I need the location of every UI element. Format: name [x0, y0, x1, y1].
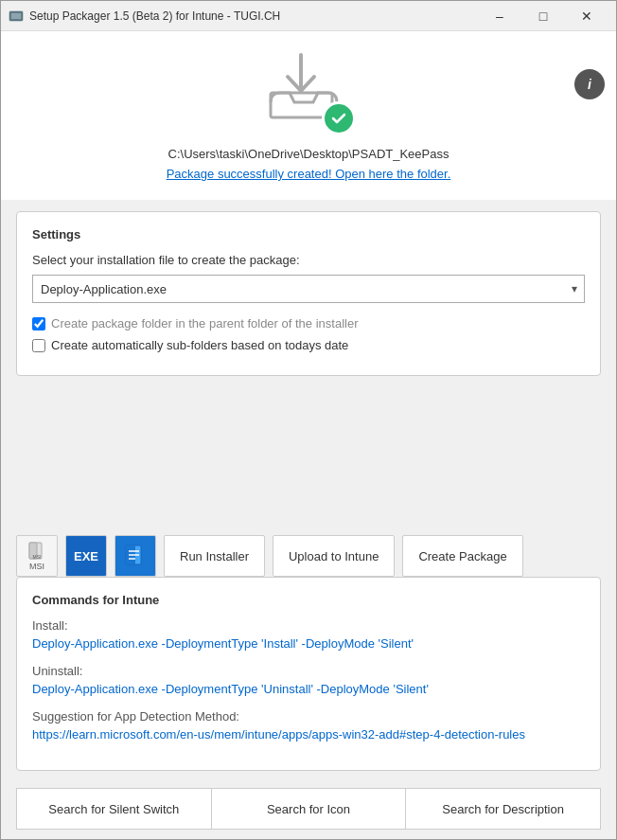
msi-label: MSI — [29, 562, 44, 571]
window-controls: – □ ✕ — [478, 1, 608, 31]
search-description-button[interactable]: Search for Description — [405, 788, 601, 830]
create-package-folder-checkbox[interactable] — [32, 317, 45, 331]
main-window: Setup Packager 1.5 (Beta 2) for Intune -… — [0, 0, 617, 840]
hero-area: C:\Users\taski\OneDrive\Desktop\PSADT_Ke… — [1, 31, 616, 200]
installer-dropdown[interactable]: Deploy-Application.exe — [32, 275, 585, 303]
settings-panel: Settings Select your installation file t… — [16, 211, 601, 376]
svg-text:MSI: MSI — [33, 554, 42, 560]
window-title: Setup Packager 1.5 (Beta 2) for Intune -… — [29, 9, 478, 23]
checkbox-row-1: Create package folder in the parent fold… — [32, 316, 585, 331]
minimize-button[interactable]: – — [478, 1, 521, 31]
upload-intune-button[interactable]: Upload to Intune — [273, 535, 395, 577]
install-section: Install: Deploy-Application.exe -Deploym… — [32, 618, 585, 651]
search-icon-button[interactable]: Search for Icon — [211, 788, 406, 830]
checkbox1-label: Create package folder in the parent fold… — [51, 316, 358, 331]
msi-button[interactable]: MSI MSI — [16, 535, 58, 577]
search-silent-switch-button[interactable]: Search for Silent Switch — [16, 788, 211, 830]
exe-button[interactable]: EXE — [65, 535, 107, 577]
uninstall-section: Uninstall: Deploy-Application.exe -Deplo… — [32, 664, 585, 696]
open-folder-link[interactable]: Package successfully created! Open here … — [167, 167, 451, 181]
svg-rect-1 — [11, 13, 21, 19]
title-bar: Setup Packager 1.5 (Beta 2) for Intune -… — [1, 1, 616, 31]
uninstall-label: Uninstall: — [32, 664, 585, 678]
dropdown-wrapper: Deploy-Application.exe ▾ — [32, 275, 585, 303]
install-value[interactable]: Deploy-Application.exe -DeploymentType '… — [32, 636, 585, 651]
bottom-bar: Search for Silent Switch Search for Icon… — [1, 778, 616, 839]
install-label: Install: — [32, 618, 585, 633]
hero-section: C:\Users\taski\OneDrive\Desktop\PSADT_Ke… — [1, 31, 616, 200]
app-icon — [9, 9, 24, 24]
exe-label: EXE — [74, 549, 98, 563]
run-installer-button[interactable]: Run Installer — [164, 535, 265, 577]
detection-value[interactable]: https://learn.microsoft.com/en-us/mem/in… — [32, 727, 585, 742]
checkbox-row-2: Create automatically sub-folders based o… — [32, 338, 585, 352]
settings-title: Settings — [32, 227, 585, 241]
toolbar: MSI MSI EXE Run Installer Upload to Intu… — [1, 535, 616, 577]
commands-title: Commands for Intune — [32, 593, 585, 607]
select-label: Select your installation file to create … — [32, 253, 585, 267]
maximize-button[interactable]: □ — [521, 1, 565, 31]
hero-icon-wrapper — [261, 50, 356, 135]
create-subfolders-checkbox[interactable] — [32, 339, 45, 352]
checkbox2-label: Create automatically sub-folders based o… — [51, 338, 348, 352]
doc-button[interactable] — [115, 535, 156, 577]
detection-label: Suggestion for App Detection Method: — [32, 709, 585, 724]
close-button[interactable]: ✕ — [565, 1, 608, 31]
commands-panel: Commands for Intune Install: Deploy-Appl… — [16, 577, 601, 771]
create-package-button[interactable]: Create Package — [402, 535, 522, 577]
commands-wrapper: Commands for Intune Install: Deploy-Appl… — [1, 577, 616, 778]
main-content: Settings Select your installation file t… — [1, 200, 616, 535]
window-content: C:\Users\taski\OneDrive\Desktop\PSADT_Ke… — [1, 31, 616, 839]
uninstall-value[interactable]: Deploy-Application.exe -DeploymentType '… — [32, 682, 585, 696]
package-path: C:\Users\taski\OneDrive\Desktop\PSADT_Ke… — [168, 147, 450, 161]
detection-section: Suggestion for App Detection Method: htt… — [32, 709, 585, 742]
success-badge — [322, 101, 356, 135]
info-button[interactable]: i — [574, 69, 605, 99]
